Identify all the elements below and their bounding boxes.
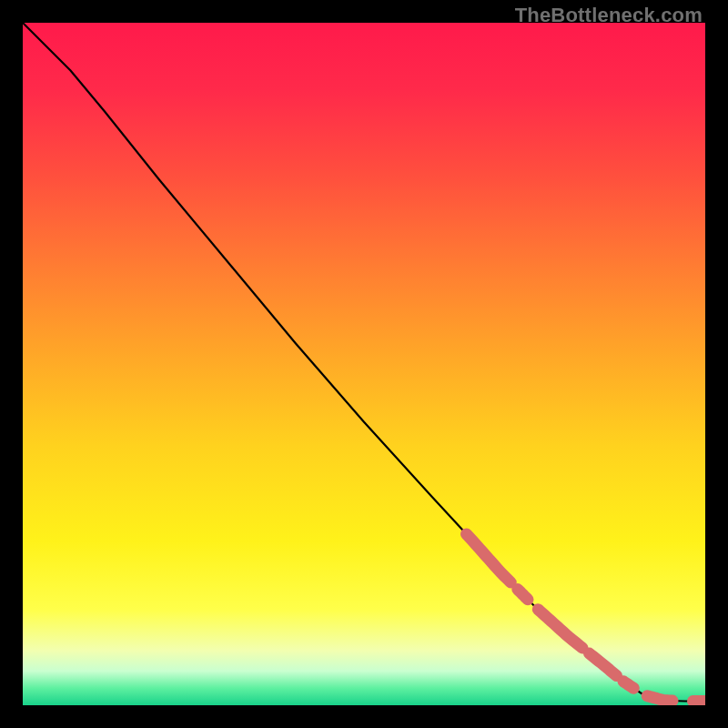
highlight-segment: [590, 653, 617, 676]
highlight-segment: [623, 682, 633, 689]
highlight-segment: [467, 534, 511, 582]
bottleneck-curve: [23, 23, 705, 702]
plot-area: [23, 23, 705, 705]
highlight-segment: [659, 699, 672, 701]
chart-frame: TheBottleneck.com: [0, 0, 728, 728]
highlight-segment: [518, 590, 528, 600]
highlight-segment: [538, 610, 582, 648]
highlight-group: [467, 534, 706, 702]
curve-overlay: [23, 23, 705, 705]
